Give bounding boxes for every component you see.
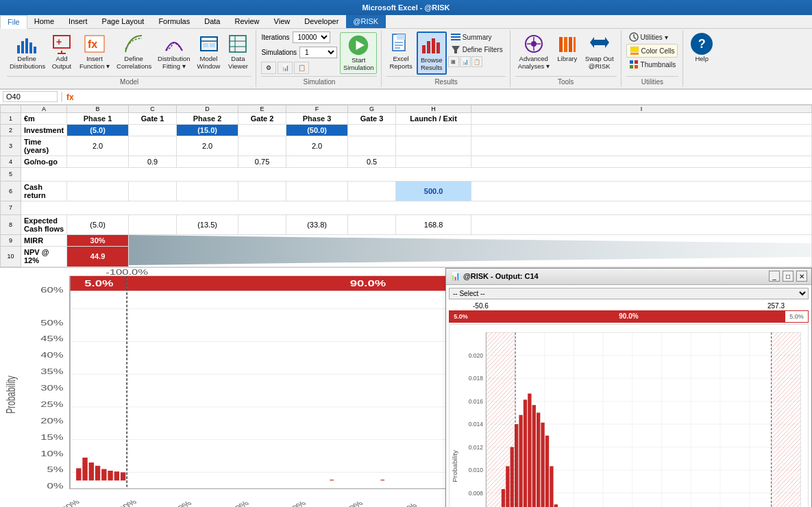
svg-rect-79 xyxy=(330,480,334,480)
svg-marker-33 xyxy=(452,46,460,53)
results-icon-3[interactable]: 📋 xyxy=(471,56,482,67)
sim-settings-btn2[interactable]: 📊 xyxy=(278,62,293,74)
thumbnails-button[interactable]: Thumbnails xyxy=(626,59,679,70)
npv-value[interactable]: 44.9 xyxy=(67,247,129,267)
cashreturn-row: 6 Cash return 500.0 xyxy=(1,181,812,201)
investment-p2[interactable]: (15.0) xyxy=(177,124,238,136)
utilities-button[interactable]: Utilities ▾ xyxy=(626,32,671,42)
tab-page-layout[interactable]: Page Layout xyxy=(95,15,152,28)
tab-home[interactable]: Home xyxy=(27,15,62,28)
cashreturn-p3 xyxy=(286,181,348,201)
data-viewer-icon xyxy=(227,33,249,55)
svg-rect-38 xyxy=(559,37,563,52)
start-simulation-label: StartSimulation xyxy=(343,56,373,72)
model-window-button[interactable]: ModelWindow xyxy=(195,32,223,72)
excel-reports-button[interactable]: ExcelReports xyxy=(386,32,415,72)
svg-text:+: + xyxy=(56,36,62,47)
ecf-g1 xyxy=(129,214,177,234)
ribbon-group-utilities: Utilities ▾ Color Cells Thumbnails Utili… xyxy=(622,30,684,87)
svg-marker-52 xyxy=(129,235,811,265)
summary-button[interactable]: Summary xyxy=(448,32,506,42)
results-icon-2[interactable]: 📊 xyxy=(460,56,471,67)
tab-file[interactable]: File xyxy=(0,15,27,29)
sim-settings-btn1[interactable]: ⚙ xyxy=(261,62,276,74)
tab-data[interactable]: Data xyxy=(197,15,227,28)
output-restore-button[interactable]: □ xyxy=(783,271,793,282)
mirr-value[interactable]: 30% xyxy=(67,234,129,246)
row-num-6: 6 xyxy=(1,181,21,201)
svg-text:15%: 15% xyxy=(40,432,63,441)
define-correlations-button[interactable]: DefineCorrelations xyxy=(114,32,153,72)
distribution-fitting-button[interactable]: DistributionFitting ▾ xyxy=(155,32,193,72)
investment-g1 xyxy=(129,124,177,136)
advanced-analyses-label: AdvancedAnalyses ▾ xyxy=(518,55,550,71)
color-cells-label: Color Cells xyxy=(641,47,675,55)
svg-rect-151 xyxy=(524,399,527,507)
investment-label: Investment xyxy=(21,124,67,136)
name-box[interactable] xyxy=(3,91,58,102)
library-label: Library xyxy=(557,55,577,62)
tab-review[interactable]: Review xyxy=(227,15,267,28)
svg-rect-40 xyxy=(569,37,572,52)
time-row: 3 Time (years) 2.0 2.0 2.0 xyxy=(1,136,812,156)
svg-rect-74 xyxy=(95,466,100,480)
utilities-label: Utilities ▾ xyxy=(641,34,668,41)
simulations-input[interactable]: 1 2 5 xyxy=(299,47,337,58)
tab-developer[interactable]: Developer xyxy=(297,15,346,28)
cashreturn-le[interactable]: 500.0 xyxy=(396,181,471,201)
color-cells-button[interactable]: Color Cells xyxy=(626,44,678,58)
data-viewer-button[interactable]: DataViewer xyxy=(224,32,251,72)
start-simulation-button[interactable]: StartSimulation xyxy=(340,32,377,74)
output-dropdown[interactable]: -- Select -- xyxy=(449,288,809,299)
investment-extra xyxy=(471,124,812,136)
ecf-g3 xyxy=(348,214,396,234)
tab-risk[interactable]: @RISK xyxy=(346,15,386,28)
utilities-buttons: Utilities ▾ Color Cells Thumbnails xyxy=(626,32,679,75)
iterations-input[interactable]: 10000 1000 5000 xyxy=(293,32,330,43)
tab-insert[interactable]: Insert xyxy=(62,15,95,28)
svg-text:5%: 5% xyxy=(47,465,64,473)
svg-rect-13 xyxy=(203,43,208,47)
empty-row2: 7 xyxy=(1,201,812,214)
tab-view[interactable]: View xyxy=(267,15,298,28)
ecf-label: Expected Cash flows xyxy=(21,214,67,234)
advanced-analyses-button[interactable]: AdvancedAnalyses ▾ xyxy=(515,32,552,72)
output-body: -- Select -- -50.6 257.3 5.0% 90.0% 5.0% xyxy=(446,285,811,507)
output-minimize-button[interactable]: _ xyxy=(769,271,780,282)
sim-settings-btn3[interactable]: 📋 xyxy=(294,62,309,74)
iterations-label: Iterations xyxy=(261,34,289,41)
insert-function-button[interactable]: fx InsertFunction ▾ xyxy=(77,32,112,72)
formula-divider: | xyxy=(60,90,63,103)
define-distributions-button[interactable]: DefineDistributions xyxy=(7,32,47,72)
excel-reports-label: ExcelReports xyxy=(389,55,412,71)
col-header-e: E xyxy=(238,105,286,112)
gonogo-label: Go/no-go xyxy=(21,156,67,167)
mirr-row: 9 MIRR 30% xyxy=(1,234,812,246)
browse-results-button[interactable]: BrowseResults xyxy=(417,32,447,75)
mirr-funnel-svg xyxy=(129,235,811,265)
svg-rect-80 xyxy=(380,480,384,480)
library-icon xyxy=(556,33,578,55)
investment-p1[interactable]: (5.0) xyxy=(67,124,129,136)
output-close-button[interactable]: ✕ xyxy=(796,271,807,282)
swap-out-button[interactable]: Swap Out@RISK xyxy=(582,32,617,72)
svg-rect-150 xyxy=(519,415,522,507)
col-header-c: C xyxy=(129,105,177,112)
svg-rect-71 xyxy=(76,468,81,480)
svg-rect-46 xyxy=(630,53,639,55)
output-left-val: -50.6 xyxy=(473,302,489,310)
simulations-row: Simulations 1 2 5 xyxy=(261,47,337,58)
row-num-3: 3 xyxy=(1,136,21,156)
help-button[interactable]: ? Help xyxy=(688,32,715,64)
define-filters-button[interactable]: Define Filters xyxy=(448,44,506,55)
time-p1: 2.0 xyxy=(67,136,129,156)
tab-formulas[interactable]: Formulas xyxy=(151,15,197,28)
row-num-2: 2 xyxy=(1,124,21,136)
data-viewer-label: DataViewer xyxy=(228,55,248,71)
output-bands-bar: 5.0% 90.0% 5.0% xyxy=(449,310,809,323)
add-output-button[interactable]: + AddOutput xyxy=(48,32,75,72)
results-icon-1[interactable]: ⊞ xyxy=(448,56,459,67)
investment-p3[interactable]: (50.0) xyxy=(286,124,348,136)
formula-input[interactable] xyxy=(79,92,809,101)
library-button[interactable]: Library xyxy=(554,32,581,64)
